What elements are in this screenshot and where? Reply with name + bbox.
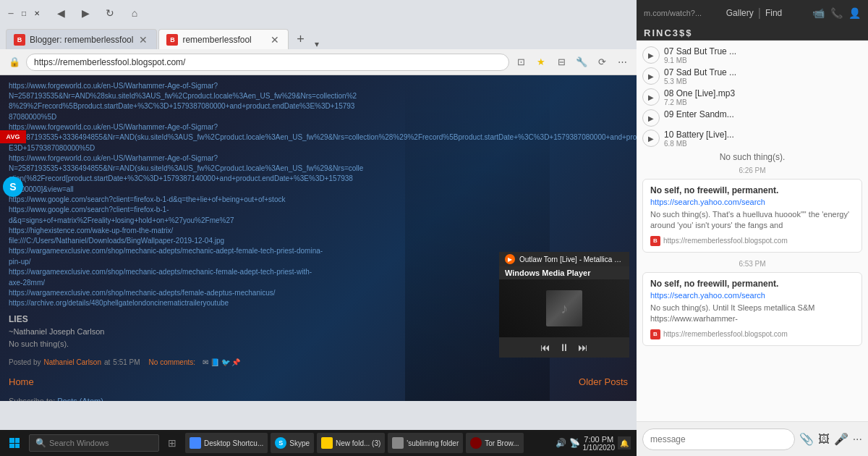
chat-msg-2: No self, no freewill, permanent. https:/… bbox=[642, 272, 862, 346]
system-tray: 🔊 📡 7:00 PM 1/10/2020 🔔 bbox=[556, 435, 634, 452]
more-icon[interactable]: ⋯ bbox=[613, 54, 631, 71]
minimize-btn[interactable]: ─ bbox=[6, 8, 16, 18]
taskbar-newfold[interactable]: New fold... (3) bbox=[317, 433, 385, 453]
play-btn-3[interactable]: ▶ bbox=[642, 109, 660, 127]
tab-rememberlessfool[interactable]: B rememberlessfool ✕ bbox=[158, 29, 289, 49]
wmp-next-btn[interactable]: ⏭ bbox=[578, 342, 588, 353]
task-view-btn[interactable]: ⊞ bbox=[162, 433, 182, 453]
newfold-icon bbox=[321, 437, 333, 449]
play-btn-4[interactable]: ▶ bbox=[642, 130, 660, 147]
notification-btn[interactable]: 🔔 bbox=[618, 436, 631, 449]
msg1-link[interactable]: https://search.yahoo.com/search bbox=[650, 198, 854, 206]
tab-close-1[interactable]: ✕ bbox=[137, 34, 149, 46]
avg-icon[interactable]: AVG bbox=[0, 130, 26, 143]
music-title-4: 10 Battery [Live]... bbox=[664, 130, 862, 140]
gallery-btn[interactable]: Gallery bbox=[726, 8, 754, 18]
post-author-link[interactable]: Nathaniel Carlson bbox=[43, 357, 101, 368]
posts-atom-link[interactable]: Posts (Atom) bbox=[57, 397, 103, 402]
play-btn-2[interactable]: ▶ bbox=[642, 88, 660, 106]
share-icon[interactable]: ⟳ bbox=[593, 54, 610, 71]
msg2-desc: No such thing(s). Until It Sleeps metall… bbox=[650, 303, 854, 325]
taskbar-skype[interactable]: S Skype bbox=[271, 433, 314, 453]
play-btn-0[interactable]: ▶ bbox=[642, 46, 660, 64]
blog-link-2[interactable]: N=2587193535&Nr=AND%28sku.siteId%3AUS_fw… bbox=[9, 91, 628, 101]
video-call-icon[interactable]: 📹 bbox=[812, 7, 825, 19]
music-size-4: 6.8 MB bbox=[664, 140, 862, 148]
search-bar[interactable]: 🔍 Search Windows bbox=[29, 434, 159, 452]
skype-taskbar-icon: S bbox=[275, 437, 286, 449]
image-icon[interactable]: 🖼 bbox=[818, 433, 830, 446]
taskbar-desktop-label: Desktop Shortcu... bbox=[204, 439, 263, 447]
taskbar-torbrow[interactable]: Tor Brow... bbox=[466, 433, 523, 453]
find-btn[interactable]: Find bbox=[765, 8, 782, 18]
more-options-icon[interactable]: ··· bbox=[853, 433, 862, 446]
wmp-prev-btn[interactable]: ⏮ bbox=[540, 342, 550, 353]
tools-icon[interactable]: 🔧 bbox=[573, 54, 590, 71]
timestamp-2: 6:53 PM bbox=[642, 260, 862, 268]
search-placeholder: Search Windows bbox=[49, 439, 109, 447]
tab-favicon-2: B bbox=[166, 34, 178, 46]
taskbar-subliming[interactable]: 'subliming folder bbox=[388, 433, 463, 453]
older-posts-link[interactable]: Older Posts bbox=[579, 375, 628, 389]
share-icons: ✉ 📘 🐦 📌 bbox=[203, 357, 240, 368]
post-comments-link[interactable]: No comments: bbox=[149, 357, 195, 368]
blog-link-9[interactable]: file:///C:/Users/Nathaniel/Downloads/Bin… bbox=[9, 236, 628, 246]
timestamp-1: 6:26 PM bbox=[642, 166, 862, 174]
chat-msg-1: No self, no freewill, permanent. https:/… bbox=[642, 179, 862, 253]
close-btn[interactable]: ✕ bbox=[32, 8, 42, 18]
blog-link-7[interactable]: https://www.google.com/search?client=fir… bbox=[9, 205, 628, 215]
bookmark-icon[interactable]: ★ bbox=[532, 54, 550, 71]
blog-link-1[interactable]: https://www.forgeworld.co.uk/en-US/Warha… bbox=[9, 81, 628, 91]
msg2-link[interactable]: https://search.yahoo.com/search bbox=[650, 291, 854, 300]
music-item-2: ▶ 08 One [Live].mp3 7.2 MB bbox=[642, 88, 862, 106]
blog-link-8[interactable]: https://highexistence.com/wake-up-from-t… bbox=[9, 226, 628, 236]
new-tab-btn[interactable]: + bbox=[290, 29, 310, 49]
maximize-btn[interactable]: □ bbox=[19, 8, 29, 18]
home-link[interactable]: Home bbox=[9, 375, 34, 389]
msg2-source: B https://rememberlessfool.blogspot.com bbox=[650, 329, 854, 339]
blog-link-4[interactable]: https://www.forgeworld.co.uk/en-US/Warha… bbox=[9, 122, 628, 132]
phone-icon[interactable]: 📞 bbox=[830, 7, 843, 19]
forward-btn[interactable]: ▶ bbox=[75, 3, 95, 23]
desktop-shortcut-icon bbox=[190, 437, 201, 449]
wmp-header: Windows Media Player bbox=[499, 266, 629, 279]
msg1-source-favicon: B bbox=[650, 236, 660, 246]
mic-icon[interactable]: 🎤 bbox=[834, 432, 848, 446]
msg1-desc: No such thing(s). That's a huelluva huoo… bbox=[650, 209, 854, 232]
blog-content-area: https://www.forgeworld.co.uk/en-US/Warha… bbox=[0, 75, 637, 401]
music-info-2: 08 One [Live].mp3 7.2 MB bbox=[664, 88, 862, 106]
music-title-0: 07 Sad But True ... bbox=[664, 46, 862, 56]
reader-view-icon[interactable]: ⊡ bbox=[512, 54, 529, 71]
profile-icon[interactable]: 👤 bbox=[848, 7, 861, 19]
refresh-btn[interactable]: ↻ bbox=[100, 3, 120, 23]
wmp-title-bar: ▶ Outlaw Torn [Live] - Metallica - Windo… bbox=[499, 252, 629, 266]
window-controls: ─ □ ✕ bbox=[6, 8, 42, 18]
msg1-source: B https://rememberlessfool.blogspot.com bbox=[650, 236, 854, 246]
start-btn[interactable] bbox=[3, 431, 26, 455]
wmp-controls: ⏮ ⏸ ⏭ bbox=[499, 337, 629, 358]
tab-dropdown-btn[interactable]: ▾ bbox=[315, 39, 319, 49]
subscribe-bar: Subscribe to: Posts (Atom) bbox=[9, 394, 628, 402]
taskbar-torbrow-label: Tor Brow... bbox=[485, 439, 519, 447]
blog-link-5[interactable]: https://www.forgeworld.co.uk/en-US/Warha… bbox=[9, 153, 628, 164]
torbrow-icon bbox=[470, 437, 482, 449]
tab-close-2[interactable]: ✕ bbox=[269, 34, 281, 46]
attachment-icon[interactable]: 📎 bbox=[799, 432, 814, 446]
back-btn[interactable]: ◀ bbox=[51, 3, 71, 23]
post-time: 5:51 PM bbox=[113, 357, 140, 368]
bookmark-list-icon[interactable]: ⊟ bbox=[553, 54, 570, 71]
gallery-find-area: Gallery | Find bbox=[726, 7, 783, 20]
home-btn[interactable]: ⌂ bbox=[124, 3, 145, 23]
blog-link-6[interactable]: https://www.google.com/search?client=fir… bbox=[9, 195, 628, 205]
music-size-2: 7.2 MB bbox=[664, 98, 862, 106]
message-input[interactable] bbox=[642, 428, 795, 450]
address-input[interactable] bbox=[26, 54, 509, 71]
taskbar-desktop-shortcut[interactable]: Desktop Shortcu... bbox=[185, 433, 268, 453]
msg1-title: No self, no freewill, permanent. bbox=[650, 185, 854, 195]
blog-link-3[interactable]: 8%29%2Frecord%5Bproduct.startDate+%3C%3D… bbox=[9, 101, 628, 111]
play-btn-1[interactable]: ▶ bbox=[642, 67, 660, 85]
right-panel: m.com/watch?... Gallery | Find 📹 📞 👤 RIN… bbox=[637, 0, 868, 456]
tab-blogger[interactable]: B Blogger: rememberlessfool ✕ bbox=[6, 29, 157, 49]
wmp-play-pause-btn[interactable]: ⏸ bbox=[559, 342, 569, 353]
top-icons: 📹 📞 👤 bbox=[812, 7, 861, 19]
